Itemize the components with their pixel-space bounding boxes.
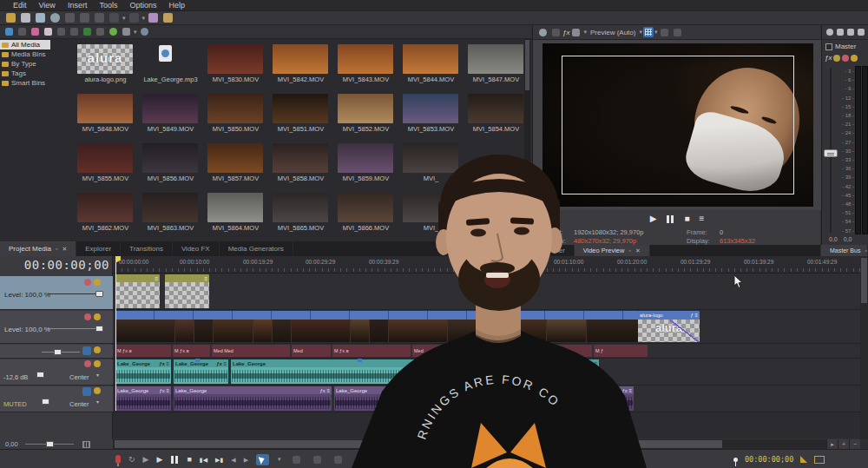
media-item[interactable]: MVI_5843.MOV: [333, 39, 398, 89]
go-to-start-button[interactable]: ▮◀: [200, 457, 207, 463]
video-clip-thumbnail[interactable]: [272, 320, 291, 342]
media-thumbnail[interactable]: [338, 44, 393, 74]
media-thumbnail[interactable]: [273, 143, 328, 173]
video-clip-thumbnail[interactable]: [213, 320, 253, 342]
scroll-right-button[interactable]: ▸: [826, 439, 838, 449]
whats-this-help-icon[interactable]: [163, 13, 173, 23]
media-thumbnail[interactable]: [142, 193, 198, 222]
open-project-icon[interactable]: [6, 13, 16, 23]
bin-item-media-bins[interactable]: Media Bins: [0, 49, 71, 59]
mixer-settings-icon[interactable]: [826, 29, 833, 36]
audio-clip[interactable]: Lake_Georgeƒx ≡: [174, 359, 228, 384]
render-as-icon[interactable]: [36, 13, 45, 23]
track3-solo-icon[interactable]: [94, 346, 101, 353]
record-mic-icon[interactable]: [115, 455, 121, 464]
zoom-tool-icon[interactable]: [334, 456, 342, 464]
timeline-timecode-display[interactable]: 00:00:00;00: [0, 258, 109, 272]
remove-media-icon[interactable]: [57, 28, 65, 36]
paste-icon[interactable]: [95, 13, 104, 23]
undo-dropdown-icon[interactable]: ▾: [122, 15, 126, 22]
track4-pan-caret-icon[interactable]: ▾: [96, 372, 99, 378]
media-thumbnail[interactable]: [142, 143, 198, 173]
track-header-video-1[interactable]: Level: 100,0 %: [0, 276, 113, 310]
preview-settings-icon[interactable]: [539, 29, 547, 36]
media-thumbnail[interactable]: [77, 94, 133, 123]
bin-item-by-type[interactable]: By Type: [0, 59, 71, 69]
media-item[interactable]: MVI_5858.MOV: [268, 138, 333, 188]
minimized-clip[interactable]: Med Med: [212, 345, 290, 357]
video-clip-thumbnail[interactable]: [174, 320, 194, 342]
zoom-out-button[interactable]: −: [849, 439, 860, 449]
media-item[interactable]: MVI_5857.MOV: [203, 138, 268, 188]
menu-item-tools[interactable]: Tools: [93, 1, 123, 10]
tab-master-bus[interactable]: Master Bus▫✕: [821, 245, 868, 256]
media-item[interactable]: MVI_5850.MOV: [203, 89, 268, 138]
bin-item-all-media[interactable]: All Media: [0, 40, 50, 49]
track5-pan-caret-icon[interactable]: ▾: [96, 399, 99, 405]
media-thumbnail[interactable]: [207, 44, 263, 74]
media-item[interactable]: MVI_5844.MOV: [398, 39, 464, 89]
media-thumbnail[interactable]: [77, 193, 133, 222]
tab-media-generators[interactable]: Media Generators: [220, 241, 293, 256]
bin-item-tags[interactable]: Tags: [0, 69, 71, 78]
next-frame-button[interactable]: ▶: [244, 457, 248, 463]
video-clip-thumbnail[interactable]: [253, 320, 272, 342]
track1-solo-icon[interactable]: [94, 279, 101, 286]
media-thumbnail[interactable]: [207, 193, 263, 222]
track4-mute-icon[interactable]: [84, 360, 91, 367]
undo-icon[interactable]: [109, 13, 119, 23]
track2-solo-icon[interactable]: [94, 313, 101, 320]
views-icon[interactable]: [122, 28, 130, 36]
envelope-tool-icon[interactable]: [293, 456, 300, 464]
preview-stop-button[interactable]: ■: [684, 214, 689, 223]
master-insert-fx-icon[interactable]: [833, 55, 840, 62]
media-item[interactable]: MVI_5830.MOV: [203, 39, 268, 89]
capture-video-icon[interactable]: [31, 28, 39, 36]
generated-media-clip[interactable]: ≡: [115, 274, 160, 308]
track5-solo-icon[interactable]: [94, 387, 101, 394]
previous-frame-button[interactable]: ◀: [231, 457, 235, 463]
menu-item-insert[interactable]: Insert: [62, 1, 94, 10]
media-item[interactable]: MVI_5862.MOV: [73, 188, 138, 237]
edit-tool-dropdown-icon[interactable]: ▾: [278, 456, 281, 463]
media-thumbnail[interactable]: [468, 44, 523, 74]
views-dropdown-icon[interactable]: ▾: [134, 29, 137, 36]
normal-edit-tool-button[interactable]: [256, 454, 269, 465]
track4-vol-slider[interactable]: [36, 372, 44, 378]
audio-clip[interactable]: Lake_Georgeƒx ≡: [174, 386, 332, 411]
zoom-in-button[interactable]: +: [838, 439, 849, 449]
media-thumbnail[interactable]: [403, 94, 458, 123]
play-from-start-button[interactable]: ▶: [143, 456, 149, 464]
selection-tool-icon[interactable]: [313, 456, 321, 464]
close-icon[interactable]: ✕: [62, 246, 67, 253]
media-item[interactable]: MVI_5849.MOV: [138, 89, 203, 138]
media-thumbnail[interactable]: [207, 143, 263, 173]
minimized-clip[interactable]: Med: [292, 345, 331, 357]
media-thumbnail[interactable]: [273, 94, 328, 123]
track5-vol-slider[interactable]: [42, 399, 49, 405]
speaker-icon[interactable]: [847, 29, 854, 36]
media-thumbnail[interactable]: [468, 94, 523, 123]
media-thumbnail[interactable]: [338, 94, 393, 123]
save-project-icon[interactable]: [21, 13, 30, 23]
master-fx-icon[interactable]: ƒx: [825, 54, 832, 62]
media-item[interactable]: MVI_5847.MOV: [464, 39, 529, 89]
media-item[interactable]: MVI_5848.MOV: [73, 89, 138, 138]
rate-slider-handle[interactable]: [46, 441, 54, 447]
menu-item-options[interactable]: Options: [123, 1, 162, 10]
cursor-timecode[interactable]: 00:00:00;00: [745, 455, 793, 464]
undock-icon[interactable]: ▫: [865, 247, 866, 254]
stop-preview-icon[interactable]: [96, 28, 104, 36]
search-media-icon[interactable]: [141, 28, 148, 36]
track2-level-slider[interactable]: [95, 326, 103, 332]
new-bin-icon[interactable]: [18, 28, 26, 36]
audio-clip[interactable]: Lake_Georgeƒx ≡: [115, 386, 171, 411]
insert-bus-icon[interactable]: [837, 29, 844, 36]
master-mute-icon[interactable]: [842, 55, 849, 62]
playhead-line[interactable]: [115, 256, 116, 411]
media-thumbnail[interactable]: [207, 94, 263, 123]
track-layout-icon[interactable]: [82, 441, 90, 448]
preview-quality-dropdown-icon[interactable]: ▾: [639, 29, 642, 36]
media-item[interactable]: aluraalura-logo.png: [73, 39, 138, 89]
media-item[interactable]: MVI_5856.MOV: [138, 138, 203, 188]
